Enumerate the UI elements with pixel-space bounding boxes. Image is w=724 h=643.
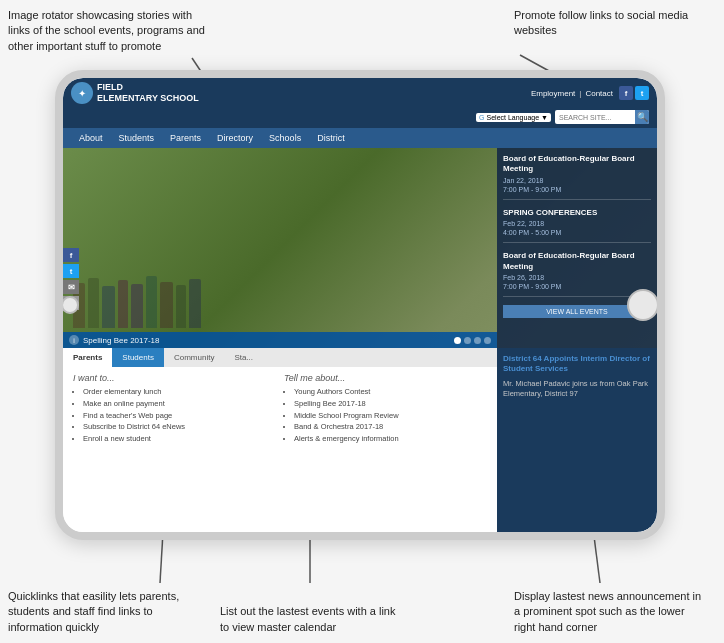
facebook-button[interactable]: f [619,86,633,100]
event-item-3: Board of Education-Regular Board Meeting… [503,251,651,297]
website: ✦ FIELD ELEMENTARY SCHOOL Employment | C… [63,78,657,532]
events-list: Young Authors Contest Spelling Bee 2017-… [284,387,487,444]
tablet-frame: ✦ FIELD ELEMENTARY SCHOOL Employment | C… [55,70,665,540]
annotation-bottom-mid: List out the lastest events with a link … [220,604,400,635]
left-button [61,296,79,314]
quicklinks-list: Order elementary lunch Make an online pa… [73,387,276,444]
hero-section: f t ✉ 🖨 Board of Education-Regular Board… [63,148,657,348]
dot-2[interactable] [464,337,471,344]
event-date-2: Feb 22, 2018 [503,220,651,227]
caption-bar: i Spelling Bee 2017-18 [63,332,497,348]
list-item: Middle School Program Review [294,411,487,421]
top-links: Employment | Contact [531,89,613,98]
sidebar-facebook[interactable]: f [63,248,79,262]
contact-link[interactable]: Contact [585,89,613,98]
list-item: Make an online payment [83,399,276,409]
annotation-top-left: Image rotator showcasing stories with li… [8,8,208,54]
school-name: FIELD ELEMENTARY SCHOOL [97,82,199,104]
dot-3[interactable] [474,337,481,344]
nav-schools[interactable]: Schools [261,128,309,148]
main-nav: About Students Parents Directory Schools… [63,128,657,148]
home-button[interactable] [627,289,659,321]
school-logo: ✦ FIELD ELEMENTARY SCHOOL [71,82,199,104]
dot-1[interactable] [454,337,461,344]
bottom-left: Parents Students Community Sta... I want… [63,348,497,532]
dot-4[interactable] [484,337,491,344]
top-bar: ✦ FIELD ELEMENTARY SCHOOL Employment | C… [63,78,657,108]
top-bar-right: Employment | Contact f t [531,86,649,100]
list-item: Alerts & emergency information [294,434,487,444]
list-item: Spelling Bee 2017-18 [294,399,487,409]
list-item: Enroll a new student [83,434,276,444]
school-logo-icon: ✦ [71,82,93,104]
list-item: Band & Orchestra 2017-18 [294,422,487,432]
twitter-button[interactable]: t [635,86,649,100]
event-time-3: 7:00 PM - 9:00 PM [503,283,651,290]
search-input[interactable] [555,113,635,122]
event-time-1: 7:00 PM - 9:00 PM [503,186,651,193]
news-title: District 64 Appoints Interim Director of… [503,354,651,375]
tab-parents[interactable]: Parents [63,348,112,367]
search-button[interactable]: 🔍 [635,110,649,124]
slideshow-dots [454,337,491,344]
lang-bar: G Select Language ▼ 🔍 [63,108,657,128]
events-list-column: Tell me about... Young Authors Contest S… [280,373,491,517]
list-item: Young Authors Contest [294,387,487,397]
news-panel: District 64 Appoints Interim Director of… [497,348,657,532]
list-item: Order elementary lunch [83,387,276,397]
tablet-inner: ✦ FIELD ELEMENTARY SCHOOL Employment | C… [63,78,657,532]
nav-directory[interactable]: Directory [209,128,261,148]
event-title-1: Board of Education-Regular Board Meeting [503,154,651,175]
employment-link[interactable]: Employment [531,89,575,98]
nav-students[interactable]: Students [111,128,163,148]
list-item: Subscribe to District 64 eNews [83,422,276,432]
language-selector[interactable]: G Select Language ▼ [476,113,551,122]
tab-community[interactable]: Community [164,348,224,367]
events-list-title: Tell me about... [284,373,487,383]
caption-text: i Spelling Bee 2017-18 [69,335,160,345]
tab-students[interactable]: Students [112,348,164,367]
news-body: Mr. Michael Padavic joins us from Oak Pa… [503,379,651,400]
event-item-2: SPRING CONFERENCES Feb 22, 2018 4:00 PM … [503,208,651,243]
annotation-top-right: Promote follow links to social media web… [514,8,694,39]
quicklinks-title: I want to... [73,373,276,383]
nav-district[interactable]: District [309,128,353,148]
tabs: Parents Students Community Sta... [63,348,497,367]
annotation-bottom-left: Quicklinks that easility lets parents, s… [8,589,198,635]
nav-parents[interactable]: Parents [162,128,209,148]
list-item: Find a teacher's Web page [83,411,276,421]
event-time-2: 4:00 PM - 5:00 PM [503,229,651,236]
bottom-section: Parents Students Community Sta... I want… [63,348,657,532]
quicklinks-column: I want to... Order elementary lunch Make… [69,373,280,517]
event-date-1: Jan 22, 2018 [503,177,651,184]
social-icons: f t [619,86,649,100]
nav-about[interactable]: About [71,128,111,148]
tab-staff[interactable]: Sta... [224,348,263,367]
tab-content: I want to... Order elementary lunch Make… [63,367,497,523]
search-bar: 🔍 [555,110,649,124]
event-title-2: SPRING CONFERENCES [503,208,651,218]
info-icon: i [69,335,79,345]
people-silhouettes [73,276,201,328]
sidebar-twitter[interactable]: t [63,264,79,278]
event-date-3: Feb 26, 2018 [503,274,651,281]
event-item-1: Board of Education-Regular Board Meeting… [503,154,651,200]
sidebar-email[interactable]: ✉ [63,280,79,294]
event-title-3: Board of Education-Regular Board Meeting [503,251,651,272]
annotation-bottom-right: Display lastest news announcement in a p… [514,589,704,635]
